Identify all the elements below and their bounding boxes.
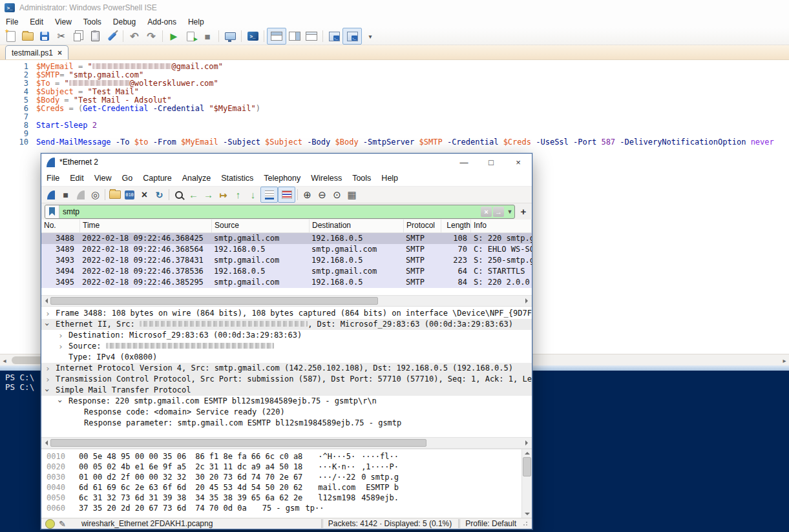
- ise-menu-help[interactable]: Help: [182, 17, 210, 26]
- detail-row[interactable]: ›Internet Protocol Version 4, Src: smtp.…: [41, 363, 532, 374]
- expand-icon[interactable]: ›: [58, 341, 63, 352]
- go-to-packet-icon[interactable]: ↦: [216, 188, 231, 201]
- packet-bytes-pane[interactable]: 001000 5e 48 95 00 00 35 0686 f1 8e fa 6…: [41, 449, 532, 518]
- capture-comment-icon[interactable]: ✎: [59, 519, 66, 529]
- go-to-first-packet-icon[interactable]: ↑: [231, 188, 246, 201]
- packet-row[interactable]: 34882022-02-18 09:22:46.368425smtp.gmail…: [41, 233, 532, 244]
- column-header-time[interactable]: Time: [80, 220, 212, 232]
- wireshark-title-bar[interactable]: *Ethernet 2 —□×: [41, 154, 532, 170]
- ise-menu-edit[interactable]: Edit: [24, 17, 49, 26]
- ise-menu-add-ons[interactable]: Add-ons: [142, 17, 182, 26]
- scroll-right-arrow-icon[interactable]: [523, 296, 532, 305]
- collapse-icon[interactable]: ›: [42, 388, 53, 393]
- ws-menu-file[interactable]: File: [41, 174, 65, 183]
- go-back-icon[interactable]: ←: [186, 188, 201, 201]
- resize-grip[interactable]: [523, 521, 528, 526]
- ise-menu-tools[interactable]: Tools: [78, 17, 107, 26]
- cut-icon[interactable]: ✂: [53, 29, 70, 43]
- go-forward-icon[interactable]: →: [201, 188, 216, 201]
- scroll-left-arrow-icon[interactable]: [41, 438, 50, 447]
- detail-row[interactable]: Type: IPv4 (0x0800): [41, 352, 532, 363]
- filter-bookmark-icon[interactable]: [45, 205, 59, 218]
- column-header-info[interactable]: Info: [471, 220, 532, 232]
- scroll-down-arrow-icon[interactable]: [525, 511, 530, 518]
- ws-menu-statistics[interactable]: Statistics: [216, 174, 258, 183]
- run-script-icon[interactable]: ▶: [165, 29, 182, 43]
- detail-row[interactable]: ›Transmission Control Protocol, Src Port…: [41, 374, 532, 385]
- ise-menu-view[interactable]: View: [49, 17, 78, 26]
- show-script-pane-maximized-icon[interactable]: [303, 29, 320, 43]
- column-header-source[interactable]: Source: [212, 220, 310, 232]
- filter-text[interactable]: smtp: [59, 207, 481, 216]
- open-script-icon[interactable]: [19, 29, 36, 43]
- filter-dropdown-icon[interactable]: ▼: [505, 209, 514, 215]
- save-capture-file-icon[interactable]: 010: [122, 188, 137, 201]
- zoom-out-icon[interactable]: ⊖: [315, 188, 330, 201]
- ise-title-bar[interactable]: >_ Administrator: Windows PowerShell ISE: [0, 0, 789, 15]
- ws-menu-tools[interactable]: Tools: [347, 174, 376, 183]
- stop-operation-icon[interactable]: ■: [199, 29, 216, 43]
- expand-icon[interactable]: ›: [45, 308, 50, 319]
- column-header-protocol[interactable]: Protocol: [404, 220, 441, 232]
- profile-indicator[interactable]: Profile: Default: [465, 519, 516, 528]
- ws-menu-telephony[interactable]: Telephony: [258, 174, 306, 183]
- scrollbar-thumb[interactable]: [523, 457, 531, 476]
- restart-capture-icon[interactable]: [73, 188, 88, 201]
- new-script-icon[interactable]: [3, 29, 19, 43]
- detail-row[interactable]: Response parameter: smtp.gmail.com ESMTP…: [41, 418, 532, 429]
- go-to-last-packet-icon[interactable]: ↓: [246, 188, 260, 201]
- start-powershell-exe-icon[interactable]: >_: [244, 29, 261, 43]
- ise-menu-debug[interactable]: Debug: [107, 17, 142, 26]
- expand-icon[interactable]: ›: [45, 363, 50, 374]
- detail-row[interactable]: ›Ethernet II, Src: , Dst: Microsof_29:83…: [41, 319, 532, 330]
- column-header-length[interactable]: Length: [441, 220, 471, 232]
- collapse-icon[interactable]: ›: [42, 322, 53, 327]
- scroll-right-arrow-icon[interactable]: [523, 438, 532, 447]
- detail-row[interactable]: ›Frame 3488: 108 bytes on wire (864 bits…: [41, 308, 532, 319]
- filter-apply-icon[interactable]: →: [493, 207, 504, 217]
- column-header-destination[interactable]: Destination: [310, 220, 404, 232]
- bytes-vertical-scrollbar[interactable]: [521, 449, 532, 518]
- resize-columns-icon[interactable]: ▦: [344, 188, 359, 201]
- console-pane-toggle-icon[interactable]: [342, 28, 362, 45]
- show-script-pane-right-icon[interactable]: [286, 29, 303, 43]
- reload-capture-file-icon[interactable]: ↻: [152, 188, 167, 201]
- tab-testmail-ps1[interactable]: testmail.ps1 ×: [5, 45, 68, 59]
- filter-clear-icon[interactable]: ×: [481, 207, 492, 217]
- minimize-button[interactable]: —: [450, 154, 478, 170]
- ws-menu-view[interactable]: View: [89, 174, 117, 183]
- scroll-right-arrow-icon[interactable]: ▸: [780, 355, 789, 365]
- script-pane-toggle-icon[interactable]: [326, 29, 342, 43]
- zoom-reset-icon[interactable]: ⊙: [330, 188, 344, 201]
- save-script-icon[interactable]: [36, 29, 53, 43]
- find-packet-icon[interactable]: [171, 188, 186, 201]
- ws-menu-go[interactable]: Go: [117, 174, 138, 183]
- packet-row[interactable]: 34892022-02-18 09:22:46.368564192.168.0.…: [41, 244, 532, 255]
- auto-scroll-icon[interactable]: [260, 187, 278, 203]
- packet-row[interactable]: 34942022-02-18 09:22:46.378536192.168.0.…: [41, 266, 532, 277]
- detail-row[interactable]: ›Source:: [41, 341, 532, 352]
- scroll-left-arrow-icon[interactable]: [41, 296, 50, 305]
- packet-row[interactable]: 34932022-02-18 09:22:46.378431smtp.gmail…: [41, 255, 532, 266]
- collapse-icon[interactable]: ›: [55, 399, 66, 404]
- ws-menu-help[interactable]: Help: [376, 174, 403, 183]
- new-remote-powershell-tab-icon[interactable]: [222, 29, 238, 43]
- capture-options-icon[interactable]: ◎: [88, 188, 103, 201]
- packet-row[interactable]: 34952022-02-18 09:22:46.385295smtp.gmail…: [41, 277, 532, 288]
- scroll-up-arrow-icon[interactable]: [525, 449, 530, 456]
- detail-row[interactable]: Response code: <domain> Service ready (2…: [41, 407, 532, 418]
- copy-icon[interactable]: [70, 29, 87, 43]
- open-capture-file-icon[interactable]: [107, 188, 122, 201]
- undo-icon[interactable]: ↶: [126, 29, 143, 43]
- run-selection-icon[interactable]: [182, 29, 199, 43]
- zoom-in-icon[interactable]: ⊕: [300, 188, 315, 201]
- start-capture-icon[interactable]: [43, 188, 58, 201]
- display-filter-input[interactable]: smtp × → ▼: [45, 205, 515, 219]
- maximize-button[interactable]: □: [478, 154, 505, 170]
- colorize-packets-icon[interactable]: [278, 187, 295, 203]
- expand-icon[interactable]: ›: [45, 374, 50, 385]
- ws-menu-analyze[interactable]: Analyze: [177, 174, 216, 183]
- column-header-no[interactable]: No.: [41, 220, 80, 232]
- redo-icon[interactable]: ↷: [143, 29, 160, 43]
- scrollbar-thumb[interactable]: [50, 297, 378, 305]
